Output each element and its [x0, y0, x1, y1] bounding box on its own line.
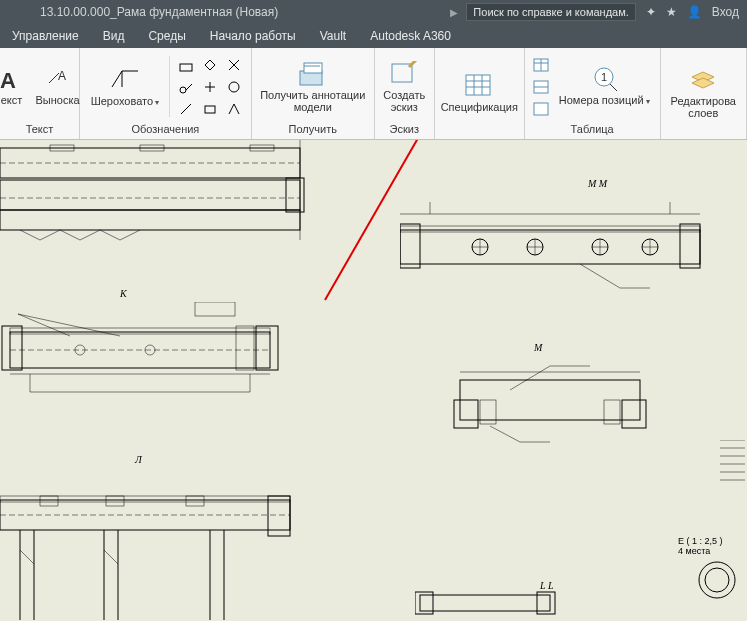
pointer-icon: ✦: [646, 5, 656, 19]
panel-label-retrieve: Получить: [252, 121, 374, 139]
svg-line-102: [510, 366, 550, 390]
svg-rect-64: [40, 496, 58, 506]
svg-point-13: [229, 82, 239, 92]
panel-label-table: Таблица: [525, 121, 660, 139]
user-icon: 👤: [687, 5, 702, 19]
symbol-7-button[interactable]: [224, 55, 244, 75]
panel-table: 1 Номера позиций▾ Таблица: [525, 48, 661, 139]
retrieve-annotations-button[interactable]: Получить аннотации модели: [256, 59, 369, 115]
svg-line-55: [18, 314, 120, 336]
edge-ticks: [720, 440, 747, 620]
menu-env[interactable]: Среды: [136, 24, 197, 48]
svg-text:1: 1: [601, 71, 607, 83]
view-bottom-left: [0, 490, 300, 621]
edit-layers-button[interactable]: Редактирова слоев: [667, 65, 740, 121]
panel-retrieve: Получить аннотации модели Получить: [252, 48, 375, 139]
svg-rect-29: [534, 103, 548, 115]
table-btn-1[interactable]: [531, 55, 551, 75]
panel-label-empty1: [435, 133, 524, 139]
text-button[interactable]: A екст: [0, 66, 27, 108]
symbol-2-button[interactable]: [176, 77, 196, 97]
panel-label-text: Текст: [0, 121, 79, 139]
create-sketch-button[interactable]: Создать эскиз: [379, 59, 429, 115]
svg-line-18: [409, 61, 417, 67]
symbol-1-button[interactable]: [176, 55, 196, 75]
svg-marker-34: [692, 78, 714, 88]
roughness-button[interactable]: Шероховато▾: [87, 63, 163, 111]
menu-a360[interactable]: Autodesk A360: [358, 24, 463, 48]
svg-rect-65: [106, 496, 124, 506]
drawing-canvas[interactable]: М М М К Л L L Е ( 1 : 2,5 )4 места: [0, 140, 747, 621]
svg-rect-81: [680, 224, 700, 268]
svg-rect-49: [2, 326, 22, 370]
view-m: [450, 360, 660, 450]
panel-sketch: Создать эскиз Эскиз: [375, 48, 435, 139]
symbol-8-button[interactable]: [224, 77, 244, 97]
svg-rect-39: [0, 210, 300, 230]
svg-rect-45: [195, 302, 235, 316]
callout-button[interactable]: A Выноска: [31, 66, 83, 108]
svg-rect-51: [236, 326, 254, 370]
svg-rect-48: [10, 328, 270, 334]
panel-label-sketch: Эскиз: [375, 121, 434, 139]
menu-manage[interactable]: Управление: [0, 24, 91, 48]
menu-vault[interactable]: Vault: [308, 24, 358, 48]
title-bar: 13.10.00.000_Рама фундаментная (Новая) ▶…: [0, 0, 747, 24]
view-top-left: [0, 140, 312, 248]
svg-rect-50: [256, 326, 278, 370]
star-icon: ★: [666, 5, 677, 19]
svg-text:A: A: [58, 69, 66, 83]
play-icon: ▶: [450, 7, 458, 18]
balloon-button[interactable]: 1 Номера позиций▾: [555, 64, 654, 110]
svg-text:A: A: [0, 68, 16, 92]
menu-view[interactable]: Вид: [91, 24, 137, 48]
symbol-9-button[interactable]: [224, 99, 244, 119]
svg-rect-62: [0, 496, 290, 502]
table-icon: [464, 73, 494, 99]
symbol-4-button[interactable]: [200, 55, 220, 75]
svg-line-94: [580, 264, 620, 288]
table-btn-3[interactable]: [531, 99, 551, 119]
help-search[interactable]: Поиск по справке и командам.: [466, 3, 635, 21]
label-k: К: [120, 288, 127, 299]
svg-point-5: [180, 87, 186, 93]
panel-symbols: Шероховато▾ Обозначения: [80, 48, 252, 139]
svg-line-6: [186, 84, 192, 90]
svg-line-74: [104, 550, 118, 564]
svg-rect-37: [0, 180, 300, 210]
svg-rect-4: [180, 64, 192, 71]
svg-rect-66: [186, 496, 204, 506]
sketch-icon: [389, 61, 419, 87]
table-btn-2[interactable]: [531, 77, 551, 97]
label-mm: М М: [588, 178, 607, 189]
svg-rect-98: [454, 400, 478, 428]
svg-rect-79: [400, 226, 700, 232]
symbol-3-button[interactable]: [176, 99, 196, 119]
svg-rect-106: [420, 595, 550, 611]
view-mm: [400, 200, 720, 300]
menu-start[interactable]: Начало работы: [198, 24, 308, 48]
view-ll: [415, 590, 565, 620]
label-m: М: [534, 342, 542, 353]
svg-line-7: [181, 104, 191, 114]
svg-rect-15: [304, 63, 322, 73]
specification-button[interactable]: Спецификация: [437, 71, 522, 115]
symbol-5-button[interactable]: [200, 77, 220, 97]
svg-line-73: [20, 550, 34, 564]
label-l: Л: [135, 454, 142, 465]
document-title: 13.10.00.000_Рама фундаментная (Новая): [40, 5, 278, 19]
svg-rect-10: [205, 106, 215, 113]
svg-line-104: [490, 426, 520, 442]
view-mid-left: [0, 302, 290, 412]
symbol-6-button[interactable]: [200, 99, 220, 119]
login-link[interactable]: Вход: [712, 5, 739, 19]
roughness-icon: [108, 65, 142, 93]
svg-line-32: [610, 84, 617, 91]
panel-spec: Спецификация: [435, 48, 525, 139]
retrieve-icon: [298, 61, 328, 87]
panel-layers: Редактирова слоев: [661, 48, 747, 139]
scale-note: Е ( 1 : 2,5 )4 места: [678, 536, 723, 556]
ribbon: A екст A Выноска Текст Шероховато▾: [0, 48, 747, 140]
svg-rect-43: [286, 178, 304, 212]
panel-text: A екст A Выноска Текст: [0, 48, 80, 139]
